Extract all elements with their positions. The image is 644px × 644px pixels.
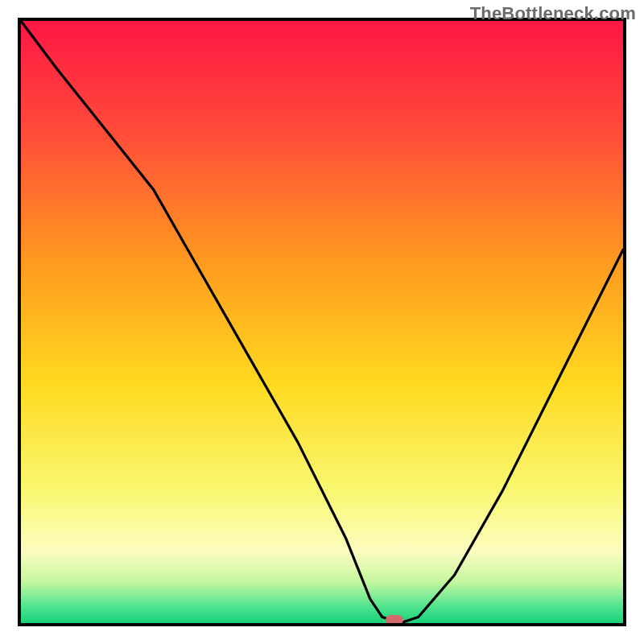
watermark-text: TheBottleneck.com <box>470 3 636 24</box>
bottleneck-curve <box>21 21 623 623</box>
plot-area <box>18 18 626 626</box>
chart-container: TheBottleneck.com <box>0 0 644 644</box>
minimum-marker <box>386 615 403 625</box>
